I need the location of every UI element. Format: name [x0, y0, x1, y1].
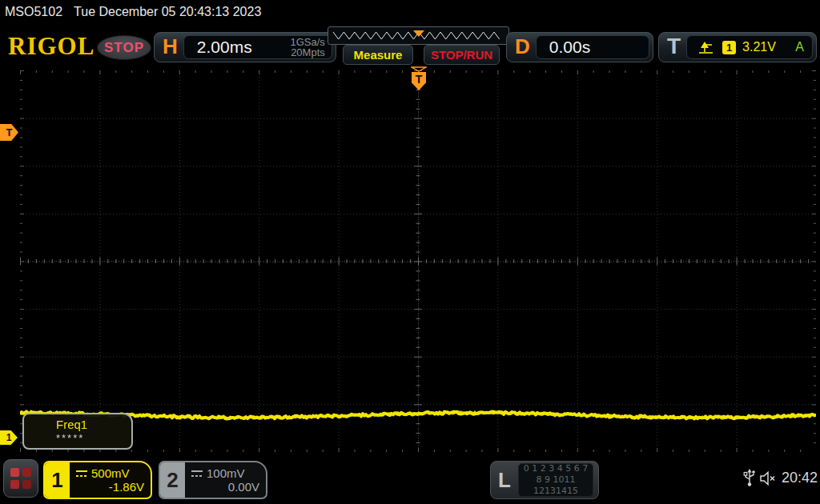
memory-waveform-icon	[328, 27, 508, 44]
channel2-tab[interactable]: 2 100mV 0.00V	[159, 461, 267, 499]
stop-run-button-label: STOP/RUN	[431, 48, 492, 62]
memory-depth: 20Mpts	[290, 47, 324, 58]
logic-label: L	[491, 468, 518, 493]
logic-channels-tab[interactable]: L 0 1 2 3 4 5 6 7 8 9 1011 12131415	[490, 461, 599, 499]
channel2-offset: 0.00V	[191, 480, 259, 494]
channel2-scale: 100mV	[207, 466, 245, 480]
channel1-values: 500mV -1.86V	[70, 462, 151, 498]
channel2-values: 100mV 0.00V	[185, 462, 266, 498]
usb-icon	[743, 467, 756, 488]
trigger-position-arrow-icon	[411, 66, 427, 72]
trigger-position-flag: T	[412, 72, 426, 90]
waveform-display-area[interactable]	[20, 70, 816, 452]
model-name: MSO5102	[5, 5, 62, 19]
logic-row-1: 0 1 2 3 4 5 6 7	[519, 463, 593, 474]
trigger-inner: 1 3.21V A	[686, 35, 813, 59]
timebase-inner: 2.00ms 1GSa/s 20Mpts	[183, 35, 332, 59]
trigger-level-value: 3.21V	[742, 40, 776, 54]
measure-button[interactable]: Measure	[343, 45, 413, 65]
trigger-source-badge: 1	[722, 41, 736, 54]
trigger-mode-indicator: A	[795, 40, 812, 54]
trigger-box[interactable]: T 1 3.21V A	[658, 32, 817, 62]
speaker-muted-icon	[759, 470, 778, 486]
run-state-badge: STOP	[97, 35, 151, 60]
delay-inner: 0.00s	[536, 35, 649, 59]
menu-grid-icon	[22, 468, 31, 477]
channel1-scale: 500mV	[91, 466, 130, 480]
channel1-number: 1	[45, 462, 70, 498]
measurement-item[interactable]: Freq1 *****	[22, 413, 133, 450]
menu-grid-icon	[10, 480, 19, 489]
rigol-logo: RIGOL	[8, 32, 94, 61]
logic-row-2: 8 9 1011 12131415	[519, 474, 593, 497]
measurement-value: *****	[56, 432, 131, 444]
delay-value: 0.00s	[537, 38, 590, 57]
menu-grid-icon	[10, 468, 19, 477]
trigger-position-marker[interactable]: T	[411, 66, 427, 90]
channel1-offset: -1.86V	[76, 480, 144, 494]
titlebar: MSO5102 Tue December 05 20:43:13 2023	[0, 0, 820, 24]
timebase-box[interactable]: H 2.00ms 1GSa/s 20Mpts	[154, 32, 336, 62]
menu-grid-icon	[22, 480, 31, 489]
menu-button[interactable]	[3, 459, 38, 498]
channel1-position-marker[interactable]: 1	[0, 430, 18, 445]
dc-coupling-icon	[191, 470, 203, 477]
oscilloscope-screen: MSO5102 Tue December 05 20:43:13 2023 RI…	[0, 0, 820, 504]
memory-window-marker	[413, 30, 424, 37]
graticule-canvas	[20, 70, 816, 452]
memory-overview-strip[interactable]	[328, 26, 509, 45]
channel1-tab[interactable]: 1 500mV -1.86V	[43, 461, 152, 499]
clock-text: 20:42	[782, 470, 818, 486]
rising-edge-icon	[698, 41, 714, 54]
run-state-label: STOP	[104, 40, 144, 56]
timebase-value: 2.00ms	[184, 38, 252, 57]
trigger-level-marker[interactable]: T	[0, 124, 18, 141]
measurement-name: Freq1	[56, 418, 131, 431]
stop-run-button[interactable]: STOP/RUN	[424, 45, 500, 65]
dc-coupling-icon	[76, 470, 87, 477]
channel2-number: 2	[160, 462, 185, 498]
measure-button-label: Measure	[354, 48, 403, 62]
delay-letter: D	[510, 34, 536, 61]
delay-box[interactable]: D 0.00s	[506, 32, 653, 62]
trigger-letter: T	[662, 34, 686, 61]
datetime-text: Tue December 05 20:43:13 2023	[74, 5, 261, 19]
logic-channel-list: 0 1 2 3 4 5 6 7 8 9 1011 12131415	[518, 463, 593, 497]
acquisition-info: 1GSa/s 20Mpts	[290, 37, 331, 58]
timebase-letter: H	[158, 34, 183, 61]
